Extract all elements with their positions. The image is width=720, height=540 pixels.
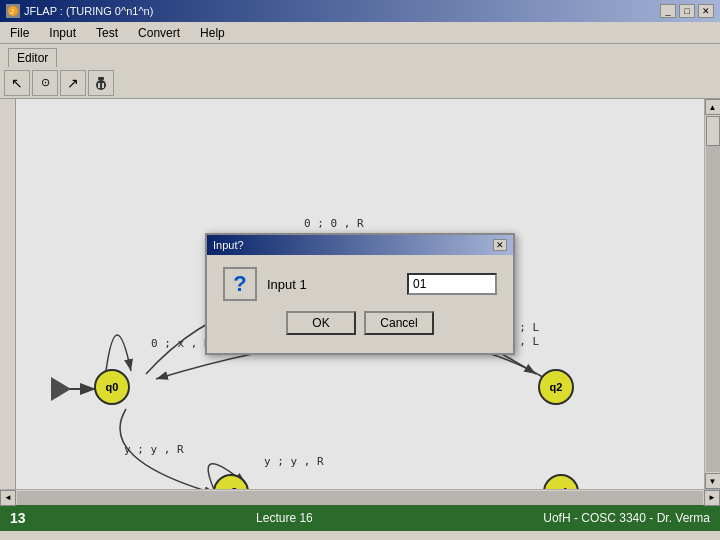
menu-convert[interactable]: Convert — [132, 24, 186, 42]
status-bar: 13 Lecture 16 UofH - COSC 3340 - Dr. Ver… — [0, 505, 720, 531]
scroll-up-button[interactable]: ▲ — [705, 99, 721, 115]
modal-overlay: Input? ✕ ? Input 1 OK Cancel — [16, 99, 704, 489]
canvas[interactable]: q0 q2 q3 q4 0 ; 0 , R y ; y , R 0 ; x , … — [16, 99, 704, 489]
right-scrollbar[interactable]: ▲ ▼ — [704, 99, 720, 489]
toolbar: ↖ ⊙ ↗ — [0, 67, 720, 99]
menu-test[interactable]: Test — [90, 24, 124, 42]
editor-tab[interactable]: Editor — [8, 48, 57, 67]
modal-close-button[interactable]: ✕ — [493, 239, 507, 251]
svg-text:J: J — [10, 7, 14, 16]
modal-input-field[interactable] — [407, 273, 497, 295]
app-icon: J — [6, 4, 20, 18]
title-bar: J JFLAP : (TURING 0^n1^n) _ □ ✕ — [0, 0, 720, 22]
modal-body: ? Input 1 OK Cancel — [207, 255, 513, 353]
scroll-thumb-vertical[interactable] — [706, 116, 720, 146]
left-panel — [0, 99, 16, 489]
modal-dialog: Input? ✕ ? Input 1 OK Cancel — [205, 233, 515, 355]
menu-file[interactable]: File — [4, 24, 35, 42]
scroll-left-button[interactable]: ◄ — [0, 490, 16, 506]
state-tool-button[interactable]: ⊙ — [32, 70, 58, 96]
status-center: Lecture 16 — [256, 511, 313, 525]
modal-input-label: Input 1 — [267, 277, 397, 292]
modal-title: Input? — [213, 239, 244, 251]
status-right: UofH - COSC 3340 - Dr. Verma — [543, 511, 710, 525]
modal-buttons: OK Cancel — [223, 311, 497, 341]
modal-ok-button[interactable]: OK — [286, 311, 356, 335]
scroll-track-horizontal — [17, 491, 703, 505]
delete-tool-button[interactable] — [88, 70, 114, 96]
modal-input-row: ? Input 1 — [223, 267, 497, 301]
scroll-down-button[interactable]: ▼ — [705, 473, 721, 489]
transition-tool-button[interactable]: ↗ — [60, 70, 86, 96]
main-area: q0 q2 q3 q4 0 ; 0 , R y ; y , R 0 ; x , … — [0, 99, 720, 489]
bottom-scrollbar: ◄ ► — [0, 489, 720, 505]
modal-cancel-button[interactable]: Cancel — [364, 311, 434, 335]
scroll-right-button[interactable]: ► — [704, 490, 720, 506]
window-title: JFLAP : (TURING 0^n1^n) — [24, 5, 153, 17]
menu-input[interactable]: Input — [43, 24, 82, 42]
minimize-button[interactable]: _ — [660, 4, 676, 18]
close-button[interactable]: ✕ — [698, 4, 714, 18]
scroll-track-vertical — [706, 116, 720, 472]
modal-question-icon: ? — [223, 267, 257, 301]
svg-point-2 — [96, 80, 106, 90]
menu-bar: File Input Test Convert Help — [0, 22, 720, 44]
svg-rect-3 — [98, 77, 104, 80]
maximize-button[interactable]: □ — [679, 4, 695, 18]
status-number: 13 — [10, 510, 26, 526]
select-tool-button[interactable]: ↖ — [4, 70, 30, 96]
modal-title-bar: Input? ✕ — [207, 235, 513, 255]
menu-help[interactable]: Help — [194, 24, 231, 42]
